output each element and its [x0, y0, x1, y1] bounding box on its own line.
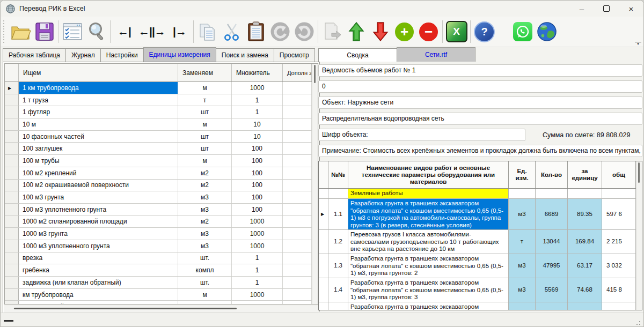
cell-search[interactable]: 1000 м3 уплотненного грунта	[19, 240, 178, 252]
redo-button[interactable]	[292, 19, 316, 44]
cell-unit[interactable]	[509, 189, 536, 198]
resize-grip[interactable]	[635, 320, 641, 325]
cell-multiplier[interactable]: 1000	[232, 228, 283, 240]
expand-columns-button[interactable]: ←||→	[136, 19, 167, 44]
move-down-button[interactable]	[368, 19, 392, 44]
open-file-button[interactable]	[8, 19, 32, 44]
row-selector-cell[interactable]	[5, 143, 19, 154]
cell-search[interactable]: 100 м2 креплений	[19, 167, 178, 179]
cell-name[interactable]: Разработка грунта в траншеях экскаваторо…	[348, 254, 509, 278]
cell-replace[interactable]: м	[178, 289, 232, 301]
header-total[interactable]: общ	[602, 161, 636, 188]
cell-replace[interactable]: шт.	[178, 277, 232, 288]
cell-extra[interactable]	[283, 118, 312, 130]
remove-row-button[interactable]: −	[416, 19, 441, 44]
cell-search[interactable]: 100 м3 уплотненного грунта	[19, 204, 178, 215]
units-table-row[interactable]: врезка шт. 1	[5, 252, 312, 265]
row-selector-cell[interactable]	[5, 277, 19, 288]
cell-multiplier[interactable]: 1000	[232, 240, 283, 252]
left-tab[interactable]: Поиск и замена	[216, 48, 274, 62]
cell-multiplier[interactable]: 100	[232, 155, 283, 167]
toolbar-grip[interactable]	[3, 20, 5, 43]
cell-name[interactable]: Разработка грунта в траншеях экскаваторо…	[348, 199, 509, 229]
row-selector-cell[interactable]	[5, 106, 19, 118]
cell-replace[interactable]: м2	[178, 180, 232, 191]
cell-qty[interactable]: 5569	[536, 278, 568, 302]
scrollbar-thumb[interactable]	[314, 65, 316, 83]
export-excel-button[interactable]: X	[444, 19, 469, 44]
row-selector-cell[interactable]	[5, 289, 19, 301]
row-selector-cell[interactable]	[5, 94, 19, 106]
cell-replace[interactable]: шт	[178, 143, 232, 154]
cell-num[interactable]: 1.2	[328, 230, 348, 254]
minimize-button[interactable]: –	[569, 1, 594, 17]
cell-multiplier[interactable]: 1	[232, 94, 283, 106]
scrollbar-thumb[interactable]	[14, 308, 237, 309]
row-selector-cell[interactable]	[5, 204, 19, 215]
cell-multiplier[interactable]: 10	[232, 118, 283, 130]
cut-button[interactable]	[219, 19, 244, 44]
cell-name[interactable]: Перевозка грузов I класса автомобилями-с…	[348, 230, 509, 254]
options-button[interactable]	[60, 19, 84, 44]
row-selector-cell[interactable]	[5, 252, 19, 264]
cell-name[interactable]: Разработка грунта в траншеях экскаваторо…	[348, 278, 509, 302]
row-selector-cell[interactable]	[5, 118, 19, 130]
cell-qty[interactable]: 6689	[536, 199, 568, 229]
cell-replace[interactable]: шт	[178, 131, 232, 143]
cell-replace[interactable]: м2	[178, 167, 232, 179]
row-selector-cell[interactable]	[5, 155, 19, 167]
cell-num[interactable]: 1.4	[328, 278, 348, 302]
scrollbar-thumb[interactable]	[638, 162, 640, 183]
statement-title-field[interactable]: Ведомость объемов работ № 1	[318, 64, 642, 77]
row-selector-cell[interactable]	[5, 82, 19, 94]
cell-num[interactable]: 1.3	[328, 254, 348, 278]
cell-search[interactable]: км трубопровода	[19, 289, 178, 301]
cell-per-unit[interactable]: 63.17	[568, 254, 602, 278]
collapse-left-button[interactable]: ←|	[112, 19, 136, 44]
cell-num[interactable]: 1.5	[328, 302, 348, 310]
left-tab[interactable]: Единицы измерения	[143, 47, 216, 62]
cell-extra[interactable]	[283, 180, 312, 191]
works-table-row[interactable]: 1.2 Перевозка грузов I класса автомобиля…	[319, 230, 636, 254]
row-selector-cell[interactable]	[319, 230, 328, 254]
network-field[interactable]: Распределительная водопроводная сеть	[318, 113, 642, 125]
cell-total[interactable]: 597 6	[602, 199, 636, 229]
left-tab[interactable]: Рабочая таблица	[3, 48, 66, 62]
row-selector-cell[interactable]	[5, 167, 19, 179]
search-button[interactable]	[84, 19, 108, 44]
object-field[interactable]: Объект: Наружные сети	[318, 96, 642, 109]
save-button[interactable]	[32, 19, 56, 44]
units-vertical-scrollbar[interactable]	[312, 64, 318, 304]
number-field[interactable]: 0	[318, 80, 642, 93]
cell-replace[interactable]: шт	[178, 106, 232, 118]
left-tab[interactable]: Настройки	[100, 48, 144, 62]
cell-search[interactable]: т конструкций	[19, 301, 178, 304]
cell-unit[interactable]: м3	[509, 302, 536, 310]
cell-extra[interactable]	[283, 228, 312, 240]
cell-replace[interactable]: м3	[178, 228, 232, 240]
header-name[interactable]: Наименование видов работ и основные техн…	[348, 161, 509, 188]
help-button[interactable]: ?	[472, 19, 496, 44]
cell-search[interactable]: 10 фасонных частей	[19, 131, 178, 143]
cell-extra[interactable]	[283, 240, 312, 252]
units-table-row[interactable]: 100 м трубы м 100	[5, 155, 312, 167]
works-table-row[interactable]: 1.3 Разработка грунта в траншеях экскава…	[319, 254, 636, 278]
units-table-row[interactable]: т конструкций т 1	[5, 301, 312, 304]
cell-unit[interactable]: м3	[509, 199, 536, 229]
cell-multiplier[interactable]: 10	[232, 131, 283, 143]
row-selector-cell[interactable]	[319, 302, 328, 310]
row-selector-cell[interactable]	[5, 216, 19, 228]
cell-total[interactable]: 213 1	[602, 302, 636, 310]
header-extra[interactable]: Дополн значени	[283, 64, 312, 81]
cell-extra[interactable]	[283, 143, 312, 154]
cell-search[interactable]: 100 заглушек	[19, 143, 178, 154]
cell-search[interactable]: 10 м	[19, 118, 178, 130]
cell-replace[interactable]: т	[178, 301, 232, 304]
header-search[interactable]: Ищем	[19, 64, 178, 81]
cell-replace[interactable]: шт.	[178, 252, 232, 264]
cell-per-unit[interactable]	[568, 189, 602, 198]
cell-multiplier[interactable]: 1	[232, 252, 283, 264]
works-table-row[interactable]: 1.1 Разработка грунта в траншеях экскава…	[319, 199, 636, 230]
cell-multiplier[interactable]: 1	[232, 301, 283, 304]
header-num[interactable]: №№	[328, 161, 348, 188]
